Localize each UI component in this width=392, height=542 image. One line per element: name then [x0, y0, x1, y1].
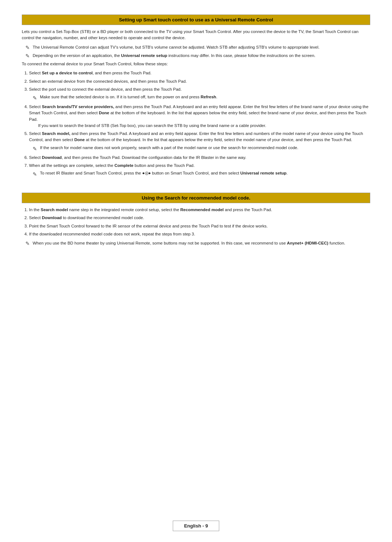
note-icon-2: ✎	[25, 53, 30, 59]
step-5-note-icon: ✎	[33, 145, 37, 153]
step-3-note-text: Make sure that the selected device is on…	[40, 94, 217, 100]
recommended-steps-list: In the Search model name step in the int…	[22, 207, 370, 237]
note-1: ✎ The Universal Remote Control can adjus…	[22, 44, 370, 50]
step-7-note-text: To reset IR Blaster and Smart Touch Cont…	[40, 170, 288, 176]
step-5: Select Search model, and then press the …	[29, 131, 370, 153]
smart-touch-section: Setting up Smart touch control to use as…	[22, 15, 370, 178]
rec-step-2: Select Download to download the recommen…	[29, 215, 370, 221]
smart-touch-intro: Lets you control a Set-Top-Box (STB) or …	[22, 29, 370, 41]
step-6: Select Download, and then press the Touc…	[29, 155, 370, 161]
step-3-note-icon: ✎	[33, 94, 37, 102]
final-note-text: When you use the BD home theater by usin…	[33, 240, 345, 246]
note-2: ✎ Depending on the version of an applica…	[22, 53, 370, 59]
recommended-model-header: Using the Search for recommended model c…	[22, 193, 370, 203]
note-icon-1: ✎	[25, 45, 30, 50]
step-7-note-icon: ✎	[33, 171, 37, 178]
step-7: When all the settings are complete, sele…	[29, 163, 370, 178]
step-3-note: ✎ Make sure that the selected device is …	[33, 94, 370, 102]
step-3: Select the port used to connect the exte…	[29, 86, 370, 102]
page-container: Setting up Smart touch control to use as…	[0, 0, 392, 542]
smart-touch-header: Setting up Smart touch control to use as…	[22, 15, 370, 25]
footer-text: English - 9	[173, 521, 219, 531]
note-text-1: The Universal Remote Control can adjust …	[33, 44, 319, 50]
rec-step-4: If the downloaded recommended model code…	[29, 231, 370, 237]
rec-step-3: Point the Smart Touch Control forward to…	[29, 223, 370, 229]
step-4-extra: If you want to search the brand of STB (…	[38, 123, 370, 129]
step-7-note: ✎ To reset IR Blaster and Smart Touch Co…	[33, 170, 370, 178]
note-text-2: Depending on the version of an applicati…	[33, 53, 315, 59]
final-note: ✎ When you use the BD home theater by us…	[22, 240, 370, 246]
footer: English - 9	[0, 521, 392, 531]
steps-list: Select Set up a device to control, and t…	[22, 70, 370, 178]
recommended-model-section: Using the Search for recommended model c…	[22, 193, 370, 246]
rec-step-1: In the Search model name step in the int…	[29, 207, 370, 213]
step-2: Select an external device from the conne…	[29, 78, 370, 85]
steps-intro: To connect the external device to your S…	[22, 61, 370, 67]
step-4: Select Search brands/TV service provider…	[29, 104, 370, 129]
step-5-note: ✎ If the search for model name does not …	[33, 145, 370, 153]
step-1: Select Set up a device to control, and t…	[29, 70, 370, 76]
final-note-icon: ✎	[25, 241, 30, 246]
step-5-note-text: If the search for model name does not wo…	[40, 145, 298, 151]
